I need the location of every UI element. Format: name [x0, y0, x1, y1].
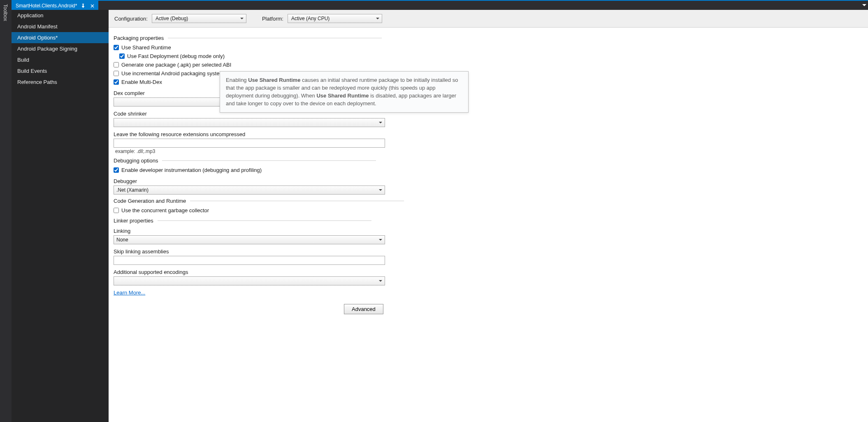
tooltip-text: Enabling	[226, 77, 248, 83]
sidebar-item-android-package-signing[interactable]: Android Package Signing	[12, 43, 109, 54]
enable-instrumentation-checkbox[interactable]: Enable developer instrumentation (debugg…	[114, 167, 262, 173]
enable-multidex-label: Enable Multi-Dex	[121, 79, 162, 85]
enable-multidex-checkbox[interactable]: Enable Multi-Dex	[114, 79, 162, 85]
platform-label: Platform:	[262, 16, 283, 22]
use-fast-deployment-label: Use Fast Deployment (debug mode only)	[127, 53, 225, 59]
uncompressed-extensions-label: Leave the following resource extensions …	[114, 131, 508, 137]
additional-encodings-dropdown[interactable]	[114, 276, 385, 285]
document-tab-title: SmartHotel.Clients.Android*	[16, 3, 77, 9]
sidebar-item-android-options[interactable]: Android Options*	[12, 32, 109, 43]
uncompressed-extensions-example: example: .dll;.mp3	[115, 148, 508, 154]
advanced-button[interactable]: Advanced	[344, 304, 383, 314]
section-linker: Linker properties	[114, 218, 508, 224]
section-debugging-label: Debugging options	[114, 158, 158, 164]
toolbox-tab[interactable]: Toolbox	[0, 2, 9, 23]
tooltip-bold: Use Shared Runtime	[248, 77, 300, 83]
code-shrinker-dropdown[interactable]	[114, 118, 385, 127]
sidebar-item-android-manifest[interactable]: Android Manifest	[12, 21, 109, 32]
sidebar-item-reference-paths[interactable]: Reference Paths	[12, 77, 109, 88]
configuration-bar: Configuration: Active (Debug) Platform: …	[109, 10, 868, 28]
sidebar-item-build-events[interactable]: Build Events	[12, 65, 109, 77]
document-tabstrip: SmartHotel.Clients.Android*	[12, 0, 868, 10]
divider	[158, 220, 371, 221]
concurrent-gc-label: Use the concurrent garbage collector	[121, 207, 209, 213]
concurrent-gc-checkbox[interactable]: Use the concurrent garbage collector	[114, 207, 209, 213]
section-codegen-label: Code Generation and Runtime	[114, 198, 186, 204]
skip-linking-label: Skip linking assemblies	[114, 248, 508, 255]
configuration-label: Configuration:	[114, 16, 148, 22]
skip-linking-input[interactable]	[114, 256, 385, 265]
uncompressed-extensions-input[interactable]	[114, 139, 385, 148]
section-debugging: Debugging options	[114, 158, 508, 164]
configuration-dropdown[interactable]: Active (Debug)	[152, 14, 246, 23]
divider	[190, 201, 404, 201]
divider	[162, 160, 376, 161]
section-linker-label: Linker properties	[114, 218, 153, 224]
one-package-per-abi-checkbox[interactable]: Generate one package (.apk) per selected…	[114, 62, 231, 68]
use-shared-runtime-label: Use Shared Runtime	[121, 44, 171, 51]
close-icon[interactable]	[89, 3, 95, 9]
use-fast-deployment-checkbox[interactable]: Use Fast Deployment (debug mode only)	[119, 53, 225, 59]
section-packaging-label: Packaging properties	[114, 35, 164, 41]
section-packaging: Packaging properties	[114, 35, 508, 41]
pin-icon[interactable]	[80, 3, 86, 9]
sidebar-item-build[interactable]: Build	[12, 54, 109, 65]
linking-dropdown[interactable]: None	[114, 235, 385, 244]
enable-instrumentation-label: Enable developer instrumentation (debugg…	[121, 167, 262, 173]
section-codegen: Code Generation and Runtime	[114, 198, 508, 204]
linking-label: Linking	[114, 228, 508, 234]
tab-overflow-icon[interactable]	[861, 1, 868, 10]
one-package-per-abi-label: Generate one package (.apk) per selected…	[121, 62, 231, 68]
learn-more-link[interactable]: Learn More...	[114, 290, 145, 296]
platform-dropdown[interactable]: Active (Any CPU)	[288, 14, 382, 23]
tooltip-bold: Use Shared Runtime	[316, 93, 369, 99]
divider	[168, 38, 382, 38]
debugger-dropdown[interactable]: .Net (Xamarin)	[114, 185, 385, 195]
shared-runtime-tooltip: Enabling Use Shared Runtime causes an in…	[220, 71, 469, 113]
document-tab-active[interactable]: SmartHotel.Clients.Android*	[12, 1, 98, 11]
project-properties-sidebar: Application Android Manifest Android Opt…	[12, 10, 109, 422]
additional-encodings-label: Additional supported encodings	[114, 269, 508, 275]
use-shared-runtime-checkbox[interactable]: Use Shared Runtime	[114, 44, 171, 51]
sidebar-item-application[interactable]: Application	[12, 10, 109, 21]
debugger-label: Debugger	[114, 178, 508, 184]
